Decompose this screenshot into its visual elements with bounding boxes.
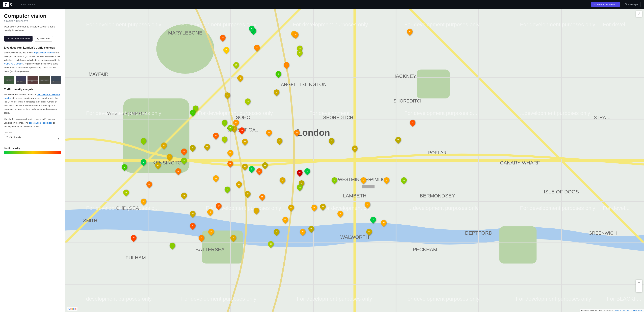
traffic-pin-28[interactable]: 59: [146, 181, 152, 187]
traffic-pin-79[interactable]: 31: [329, 138, 334, 144]
traffic-pin-16[interactable]: 16: [222, 120, 228, 126]
camera-thumb-4[interactable]: [39, 76, 50, 84]
traffic-pin-53[interactable]: 56: [198, 235, 204, 241]
traffic-pin-70[interactable]: 0: [304, 168, 310, 174]
traffic-pin-39[interactable]: 80: [239, 128, 245, 133]
traffic-pin-61[interactable]: 19: [224, 186, 230, 192]
traffic-pin-64[interactable]: 24: [268, 241, 274, 247]
traffic-pin-36[interactable]: 43: [236, 181, 242, 187]
traffic-pin-44[interactable]: 67: [216, 203, 222, 209]
traffic-pin-72[interactable]: 42: [280, 177, 285, 183]
traffic-pin-21[interactable]: 65: [213, 133, 219, 139]
traffic-pin-30[interactable]: 31: [190, 145, 196, 151]
traffic-pin-88[interactable]: 50: [384, 177, 390, 183]
traffic-pin-18[interactable]: 39: [224, 92, 230, 98]
traffic-pin-25[interactable]: 60: [181, 149, 187, 154]
traffic-pin-19[interactable]: 47: [233, 120, 239, 126]
traffic-pin-91[interactable]: 69: [410, 120, 416, 126]
sidebar-view-repo-button[interactable]: View repo: [34, 36, 53, 41]
traffic-pin-73[interactable]: 30: [308, 226, 314, 232]
traffic-pin-90[interactable]: 20: [401, 177, 407, 183]
traffic-pin-54[interactable]: 42: [254, 208, 259, 213]
traffic-pin-92[interactable]: 47: [407, 29, 412, 34]
traffic-pin-86[interactable]: 0: [370, 217, 376, 223]
traffic-pin-71[interactable]: 42: [288, 205, 294, 210]
traffic-pin-41[interactable]: 39: [181, 193, 187, 198]
traffic-pin-75[interactable]: 20: [332, 177, 337, 183]
traffic-pin-49[interactable]: 53: [141, 199, 146, 204]
traffic-pin-81[interactable]: 50: [360, 177, 366, 183]
traffic-pin-2[interactable]: 22: [224, 47, 229, 53]
traffic-pin-74[interactable]: 39: [320, 204, 326, 209]
traffic-pin-7[interactable]: 27: [233, 62, 239, 68]
traffic-pin-87[interactable]: 39: [366, 229, 372, 235]
traffic-pin-55[interactable]: 30: [274, 229, 280, 235]
traffic-pin-27[interactable]: 42: [161, 143, 167, 148]
traffic-pin-26[interactable]: 58: [176, 168, 181, 174]
fullscreen-button[interactable]: [636, 11, 642, 17]
keyboard-shortcuts-text[interactable]: Keyboard shortcuts: [581, 309, 597, 311]
traffic-pin-31[interactable]: 38: [204, 144, 210, 150]
camera-thumb-3[interactable]: [28, 76, 38, 84]
traffic-pin-84[interactable]: 48: [364, 202, 370, 207]
traffic-pin-60[interactable]: 37: [242, 164, 248, 169]
ingest-link[interactable]: ingests video frames: [34, 51, 54, 54]
traffic-pin-83[interactable]: 23: [297, 50, 302, 56]
traffic-pin-13[interactable]: 36: [274, 89, 280, 95]
max-vehicles-link[interactable]: calculates the maximum number: [4, 93, 60, 99]
detecting-dropdown[interactable]: Traffic density Cars Buses Trucks Motorc…: [4, 134, 62, 140]
traffic-pin-22[interactable]: 19: [141, 138, 146, 144]
traffic-pin-48[interactable]: 17: [170, 243, 175, 248]
traffic-pin-33[interactable]: 28: [222, 137, 228, 142]
traffic-pin-82[interactable]: 39: [352, 146, 358, 151]
traffic-pin-5[interactable]: 0: [249, 26, 254, 31]
traffic-pin-4[interactable]: 55: [254, 45, 260, 51]
code-link[interactable]: code can be customised: [29, 122, 52, 124]
traffic-pin-80[interactable]: 46: [338, 211, 343, 217]
traffic-pin-78[interactable]: 56: [294, 130, 300, 136]
traffic-pin-40[interactable]: 43: [242, 139, 248, 145]
traffic-pin-56[interactable]: 57: [259, 194, 265, 200]
traffic-pin-46[interactable]: 46: [208, 229, 214, 235]
traffic-pin-1[interactable]: 53: [220, 35, 226, 40]
traffic-pin-89[interactable]: 31: [395, 137, 401, 143]
camera-thumb-5[interactable]: [51, 76, 62, 84]
map-area[interactable]: London MARYLEBONE ISLINGTON HACKNEY SOHO…: [66, 9, 644, 312]
traffic-pin-59[interactable]: 64: [256, 168, 262, 174]
traffic-pin-52[interactable]: 32: [262, 162, 268, 168]
nav-view-repo-button[interactable]: View repo: [622, 2, 641, 7]
traffic-pin-63[interactable]: 43: [230, 235, 236, 241]
traffic-pin-42[interactable]: 39: [190, 211, 196, 217]
traffic-pin-29[interactable]: 37: [155, 162, 161, 168]
traffic-pin-85[interactable]: 48: [381, 220, 386, 226]
traffic-pin-76[interactable]: 47: [266, 130, 272, 136]
traffic-pin-65[interactable]: 100: [297, 170, 302, 175]
traffic-pin-8[interactable]: 40: [237, 75, 243, 81]
terms-of-use-link[interactable]: Terms of Use: [614, 309, 625, 311]
traffic-pin-67[interactable]: 46: [312, 205, 317, 210]
camera-thumb-1[interactable]: [4, 76, 14, 84]
traffic-pin-37[interactable]: 38: [245, 191, 250, 197]
camera-thumb-2[interactable]: [16, 76, 26, 84]
traffic-pin-77[interactable]: 39: [277, 138, 282, 144]
traffic-pin-68[interactable]: 46: [300, 229, 306, 235]
traffic-pin-35[interactable]: 53: [213, 175, 219, 181]
report-error-link[interactable]: Report a map error: [627, 309, 642, 311]
traffic-pin-23[interactable]: 0: [141, 159, 146, 165]
traffic-pin-32[interactable]: 20: [181, 158, 187, 163]
yolo-link[interactable]: YOLO v8 ML model: [4, 62, 23, 65]
traffic-pin-10[interactable]: 56: [284, 62, 289, 68]
zoom-out-button[interactable]: −: [636, 286, 642, 292]
traffic-pin-69[interactable]: 15: [297, 184, 302, 190]
traffic-pin-62[interactable]: 0: [249, 166, 254, 172]
traffic-pin-9[interactable]: 8: [276, 71, 281, 77]
traffic-pin-51[interactable]: 6: [122, 164, 127, 170]
traffic-pin-12[interactable]: 47: [293, 32, 298, 37]
traffic-pin-50[interactable]: 27: [123, 190, 129, 195]
zoom-in-button[interactable]: +: [636, 280, 642, 286]
traffic-pin-47[interactable]: 72: [131, 235, 136, 241]
traffic-pin-58[interactable]: 58: [228, 161, 233, 166]
traffic-pin-43[interactable]: 48: [207, 209, 213, 215]
traffic-pin-45[interactable]: 71: [190, 223, 196, 229]
traffic-pin-24[interactable]: 41: [167, 154, 172, 160]
